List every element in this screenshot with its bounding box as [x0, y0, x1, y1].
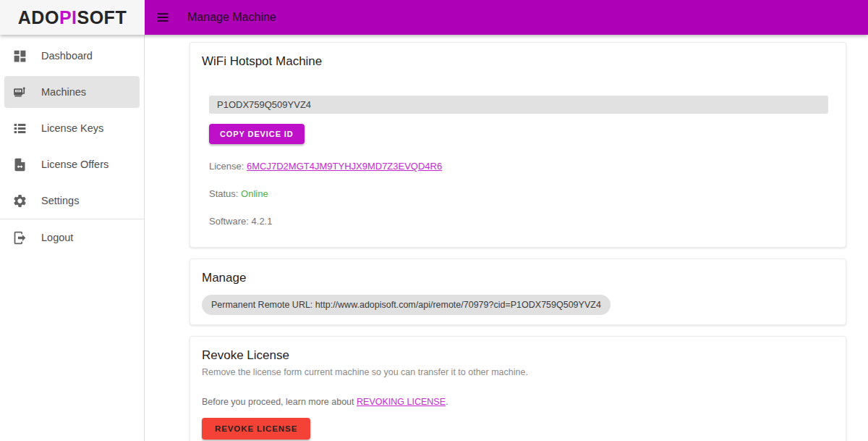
license-offers-icon — [12, 157, 27, 172]
sidebar: Dashboard Machines License — [0, 35, 145, 441]
status-badge: Online — [241, 188, 268, 199]
sidebar-item-logout[interactable]: Logout — [0, 219, 144, 256]
dashboard-icon — [12, 49, 27, 64]
license-row: License: 6MCJ7D2MGT4JM9TYHJX9MD7Z3EVQD4R… — [209, 161, 834, 172]
logo-suffix: SOFT — [77, 7, 127, 28]
software-version: 4.2.1 — [252, 216, 273, 227]
status-label: Status: — [209, 188, 238, 199]
sidebar-item-machines[interactable]: Machines — [4, 76, 140, 108]
revoke-info-prefix: Before you proceed, learn more about — [202, 397, 357, 407]
sidebar-item-label: Logout — [41, 232, 73, 243]
manage-card: Manage Permanent Remote URL: http://www.… — [190, 259, 846, 325]
settings-icon — [12, 193, 27, 209]
logo-area: ADOPISOFT — [0, 0, 145, 35]
sidebar-item-label: Machines — [41, 86, 86, 98]
license-keys-icon — [12, 121, 27, 136]
manage-card-title: Manage — [202, 271, 834, 285]
sidebar-item-dashboard[interactable]: Dashboard — [0, 38, 144, 74]
header: ADOPISOFT Manage Machine — [0, 0, 868, 35]
software-row: Software: 4.2.1 — [209, 216, 834, 227]
machine-card-title: WiFi Hotspot Machine — [202, 54, 834, 69]
revoking-license-link[interactable]: REVOKING LICENSE — [357, 397, 446, 407]
sidebar-item-label: License Keys — [41, 122, 103, 134]
revoke-card-title: Revoke License — [202, 348, 834, 363]
appbar: Manage Machine — [145, 0, 868, 35]
device-id-input[interactable] — [209, 96, 828, 114]
logo-prefix: ADO — [18, 7, 59, 28]
hamburger-menu-icon[interactable] — [154, 9, 171, 26]
revoke-info-line: Before you proceed, learn more about REV… — [202, 397, 834, 407]
sidebar-item-settings[interactable]: Settings — [0, 182, 144, 219]
copy-device-id-button[interactable]: COPY DEVICE ID — [209, 124, 305, 144]
logout-icon — [12, 230, 27, 245]
sidebar-item-license-keys[interactable]: License Keys — [0, 110, 144, 146]
license-key-link[interactable]: 6MCJ7D2MGT4JM9TYHJX9MD7Z3EVQD4R6 — [247, 161, 442, 172]
sidebar-item-license-offers[interactable]: License Offers — [0, 146, 144, 182]
machine-card: WiFi Hotspot Machine COPY DEVICE ID Lice… — [190, 42, 846, 248]
revoke-card: Revoke License Remove the license form c… — [190, 336, 846, 441]
license-label: License: — [209, 161, 244, 172]
revoke-info-suffix: . — [446, 397, 448, 407]
page-title: Manage Machine — [187, 11, 276, 24]
main-content: WiFi Hotspot Machine COPY DEVICE ID Lice… — [145, 35, 868, 441]
adopisoft-logo: ADOPISOFT — [18, 7, 127, 28]
logo-accent: PI — [59, 7, 77, 28]
sidebar-item-label: Dashboard — [41, 50, 93, 62]
sidebar-item-label: License Offers — [41, 159, 109, 170]
revoke-description: Remove the license form current machine … — [202, 367, 834, 377]
status-row: Status: Online — [209, 188, 834, 199]
software-label: Software: — [209, 216, 249, 227]
machines-icon — [12, 85, 27, 100]
sidebar-item-label: Settings — [41, 195, 79, 206]
revoke-license-button[interactable]: REVOKE LICENSE — [202, 418, 310, 440]
permanent-remote-url-chip[interactable]: Permanent Remote URL: http://www.adopiso… — [202, 295, 610, 315]
